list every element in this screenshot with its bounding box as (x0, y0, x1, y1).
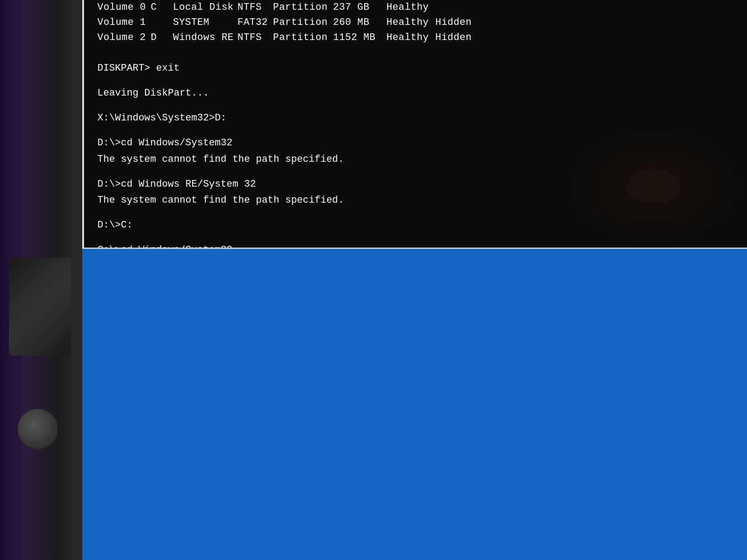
volume-label: Volume 1 (97, 15, 151, 30)
command-line: D:\>C: (97, 217, 734, 233)
output-line: The system cannot find the path specifie… (97, 152, 734, 168)
blank-line (97, 101, 734, 110)
black-device (9, 258, 71, 356)
volume-label: Volume 0 (97, 0, 151, 15)
disk-status: Healthy (386, 15, 435, 30)
left-edge-background (0, 0, 82, 560)
command-line: X:\Windows\System32>D: (97, 110, 734, 126)
blank-line (97, 168, 734, 176)
volume-label: Volume 2 (97, 30, 151, 45)
filesystem: FAT32 (237, 15, 273, 30)
disk-info: Hidden (435, 30, 489, 45)
drive-letter: D (151, 30, 173, 45)
table-row: Volume 0 C Local Disk NTFS Partition 237… (97, 0, 734, 15)
blank-line (97, 127, 734, 136)
command-line: C:\>cd Windows/System32 (97, 242, 734, 249)
table-row: Volume 1 SYSTEM FAT32 Partition 260 MB H… (97, 15, 734, 30)
disk-size: 260 MB (333, 15, 386, 30)
command-line: DISKPART> exit (97, 60, 734, 76)
command-line: D:\>cd Windows RE/System 32 (97, 176, 734, 192)
disk-status: Healthy (386, 0, 435, 15)
output-line: Leaving DiskPart... (97, 85, 734, 101)
drive-letter: C (151, 0, 173, 15)
terminal-window: Volume 0 C Local Disk NTFS Partition 237… (82, 0, 747, 249)
table-row: Volume 2 D Windows RE NTFS Partition 115… (97, 30, 734, 45)
blank-line (97, 208, 734, 217)
disk-label: Local Disk (173, 0, 237, 15)
blank-line (97, 233, 734, 242)
output-line: The system cannot find the path specifie… (97, 192, 734, 208)
desktop-background (82, 250, 747, 560)
filesystem: NTFS (237, 30, 273, 45)
partition-type: Partition (273, 30, 333, 45)
disk-label: Windows RE (173, 30, 237, 45)
round-object (18, 409, 58, 449)
partition-type: Partition (273, 15, 333, 30)
disk-label: SYSTEM (173, 15, 237, 30)
disk-status: Healthy (386, 30, 435, 45)
filesystem: NTFS (237, 0, 273, 15)
disk-table: Volume 0 C Local Disk NTFS Partition 237… (97, 0, 734, 45)
partition-type: Partition (273, 0, 333, 15)
disk-size: 237 GB (333, 0, 386, 15)
disk-size: 1152 MB (333, 30, 386, 45)
blank-line (97, 76, 734, 85)
disk-info: Hidden (435, 15, 489, 30)
command-line: D:\>cd Windows/System32 (97, 135, 734, 151)
terminal-output: DISKPART> exit Leaving DiskPart... X:\Wi… (97, 52, 734, 249)
blank-line (97, 52, 734, 60)
